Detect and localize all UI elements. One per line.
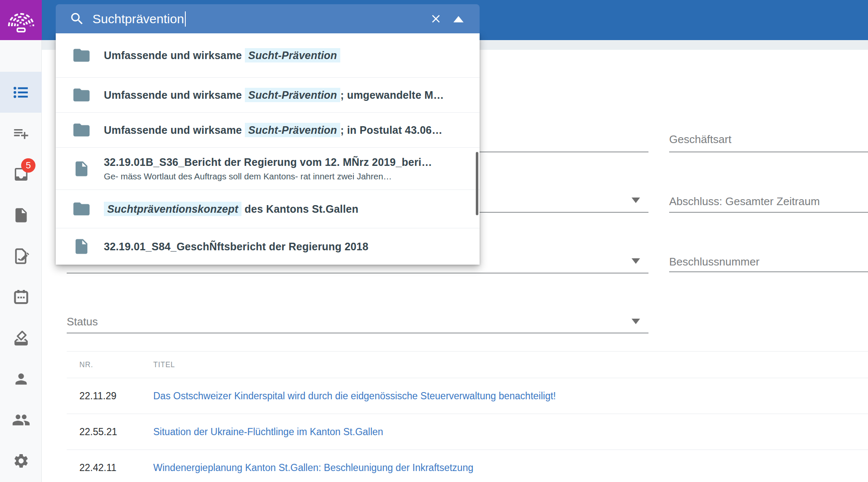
search-suggestions: Umfassende und wirksame Sucht-Prävention… <box>56 33 480 265</box>
case-title-link[interactable]: Situation der Ukraine-Flüchtlinge im Kan… <box>153 426 383 438</box>
application-window: 5 <box>0 0 868 482</box>
sidebar-item-settings[interactable] <box>0 440 42 481</box>
geschaeftsart-field-underline[interactable] <box>669 152 868 152</box>
suggestion-title-part: Umfassende und wirksame <box>104 89 245 101</box>
vote-icon <box>12 329 30 347</box>
column-header-nr: NR. <box>67 360 153 369</box>
people-icon <box>12 411 30 429</box>
sidebar-item-signatures[interactable] <box>0 236 42 276</box>
edit-document-icon <box>12 247 30 265</box>
suggestion-title-part: Umfassende und wirksame <box>104 49 245 61</box>
sidebar: 5 <box>0 0 42 482</box>
suggestion-text: 32.19.01B_S36_Bericht der Regierung vom … <box>104 156 432 181</box>
table-header-row: NR. TITEL <box>67 352 868 378</box>
folder-icon <box>72 199 91 219</box>
dropdown-caret-icon[interactable] <box>632 258 640 264</box>
table-body: 22.11.29Das Ostschweizer Kinderspital wi… <box>67 378 868 482</box>
folder-icon <box>72 120 91 140</box>
settings-icon <box>13 452 30 469</box>
suggestion-title-part: ; umgewandelte M… <box>340 89 444 101</box>
search-icon <box>69 11 85 27</box>
sidebar-item-profile[interactable] <box>0 358 42 399</box>
geschaeftsart-field-label: Geschäftsart <box>669 133 731 146</box>
suggestion-text: Umfassende und wirksame Sucht-Prävention… <box>104 89 444 101</box>
suggestion-text: Suchtpräventionskonzept des Kantons St.G… <box>104 203 358 215</box>
text-cursor <box>185 11 186 27</box>
sidebar-item-inbox[interactable]: 5 <box>0 154 42 195</box>
sidebar-nav: 5 <box>0 72 42 481</box>
sidebar-item-business-list[interactable] <box>0 72 42 113</box>
search-bar[interactable]: Suchtprävention <box>56 4 480 33</box>
case-number: 22.11.29 <box>67 390 153 402</box>
column-header-titel: TITEL <box>153 360 175 369</box>
sidebar-item-members[interactable] <box>0 399 42 440</box>
highlighted-term: Suchtpräventionskonzept <box>104 202 241 216</box>
sidebar-item-votes[interactable] <box>0 317 42 358</box>
suggestion-title-part: Umfassende und wirksame <box>104 124 245 136</box>
suggestion-title: 32.19.01B_S36_Bericht der Regierung vom … <box>104 156 432 168</box>
person-icon <box>13 371 30 387</box>
status-filter-label: Status <box>67 315 98 328</box>
suggestion-item[interactable]: 32.19.01_S84_GeschÑftsbericht der Regier… <box>56 228 480 265</box>
folder-icon <box>72 85 91 105</box>
case-number: 22.55.21 <box>67 426 153 438</box>
dropdown-scrollbar[interactable] <box>476 152 478 215</box>
table-row[interactable]: 22.11.29Das Ostschweizer Kinderspital wi… <box>67 378 868 414</box>
suggestion-item[interactable]: Umfassende und wirksame Sucht-Prävention… <box>56 113 480 148</box>
abschluss-field-label: Abschluss: Gesamter Zeitraum <box>669 195 820 208</box>
case-number: 22.42.11 <box>67 462 153 474</box>
calendar-icon <box>13 289 30 306</box>
dropdown-caret-icon[interactable] <box>632 319 640 324</box>
case-title-link[interactable]: Das Ostschweizer Kinderspital wird durch… <box>153 390 556 402</box>
beschlussnummer-field-label: Beschlussnummer <box>669 255 760 268</box>
highlighted-term: Sucht-Prävention <box>245 48 340 62</box>
table-row[interactable]: 22.42.11Windenergieplanung Kanton St.Gal… <box>67 450 868 482</box>
suggestion-snippet: Ge- mäss Wortlaut des Auftrags soll dem … <box>104 171 432 181</box>
results-table: NR. TITEL 22.11.29Das Ostschweizer Kinde… <box>67 351 868 482</box>
clear-search-icon[interactable] <box>429 12 442 25</box>
sidebar-item-new-entry[interactable] <box>0 113 42 154</box>
parliament-icon <box>7 7 35 34</box>
search-input[interactable]: Suchtprävention <box>92 12 184 26</box>
document-icon <box>72 237 91 256</box>
app-logo[interactable] <box>0 0 42 40</box>
file-icon <box>13 207 30 224</box>
sidebar-item-documents[interactable] <box>0 195 42 236</box>
list-icon <box>13 84 30 101</box>
highlighted-term: Sucht-Prävention <box>245 123 340 137</box>
suggestion-title-part: des Kantons St.Gallen <box>241 203 358 215</box>
table-row[interactable]: 22.55.21Situation der Ukraine-Flüchtling… <box>67 414 868 450</box>
folder-icon <box>72 46 91 65</box>
document-icon <box>72 159 91 179</box>
collapse-suggestions-icon[interactable] <box>453 16 464 22</box>
filter-field-underline-3[interactable] <box>67 273 648 273</box>
highlighted-term: Sucht-Prävention <box>245 88 340 102</box>
suggestion-title-part: ; in Postulat 43.06… <box>340 124 442 136</box>
suggestion-text: Umfassende und wirksame Sucht-Prävention <box>104 49 340 62</box>
beschlussnummer-field-underline[interactable] <box>669 271 868 272</box>
abschluss-field-underline[interactable] <box>669 212 868 213</box>
playlist-add-icon <box>13 125 30 142</box>
inbox-badge: 5 <box>21 158 35 173</box>
status-filter-underline[interactable] <box>67 333 648 333</box>
dropdown-caret-icon[interactable] <box>632 198 640 203</box>
suggestion-item[interactable]: Umfassende und wirksame Sucht-Prävention… <box>56 78 480 113</box>
case-title-link[interactable]: Windenergieplanung Kanton St.Gallen: Bes… <box>153 462 473 474</box>
suggestion-title: 32.19.01_S84_GeschÑftsbericht der Regier… <box>104 241 369 253</box>
suggestion-text: Umfassende und wirksame Sucht-Prävention… <box>104 124 442 136</box>
suggestion-text: 32.19.01_S84_GeschÑftsbericht der Regier… <box>104 241 369 253</box>
suggestion-item[interactable]: 32.19.01B_S36_Bericht der Regierung vom … <box>56 148 480 190</box>
suggestion-item[interactable]: Suchtpräventionskonzept des Kantons St.G… <box>56 190 480 228</box>
sidebar-item-calendar[interactable] <box>0 276 42 317</box>
suggestion-item[interactable]: Umfassende und wirksame Sucht-Prävention <box>56 33 480 78</box>
